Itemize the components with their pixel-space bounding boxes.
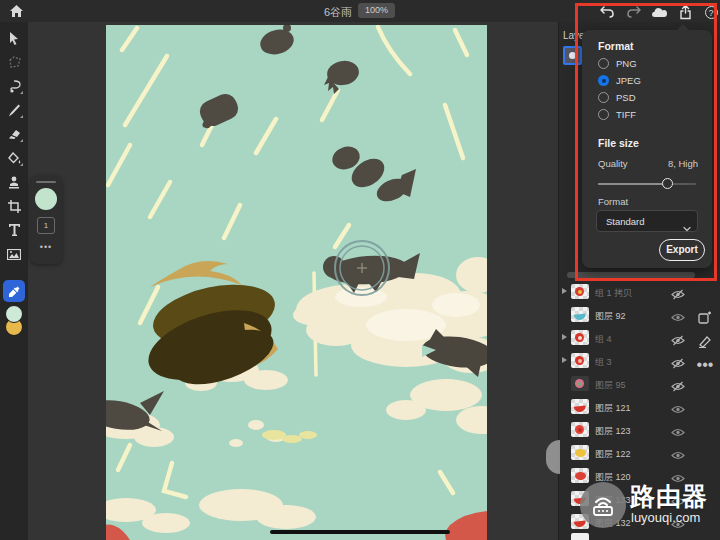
expand-caret-icon[interactable] [562, 357, 567, 363]
visibility-eye-icon[interactable] [671, 401, 685, 412]
layer-name[interactable]: 组 4 [595, 333, 612, 346]
artwork [106, 25, 487, 540]
layer-thumbnail[interactable] [571, 399, 589, 414]
layer-name[interactable]: 图层 123 [595, 425, 631, 438]
layer-thumbnail[interactable] [571, 445, 589, 460]
layer-thumbnail[interactable] [571, 307, 589, 322]
layer-thumbnail[interactable] [571, 353, 589, 368]
quality-value: 8, High [668, 158, 698, 169]
redo-icon[interactable] [624, 4, 642, 20]
thumbnail-art [575, 379, 584, 388]
home-indicator[interactable] [270, 530, 450, 534]
type-tool[interactable] [0, 218, 28, 242]
format-radio-option[interactable]: JPEG [598, 74, 698, 88]
thumbnail-art [575, 356, 584, 365]
radio-icon[interactable] [598, 75, 609, 86]
radio-icon[interactable] [598, 92, 609, 103]
quality-slider[interactable] [598, 178, 696, 190]
visibility-eye-icon[interactable] [671, 286, 685, 297]
fill-tool[interactable] [0, 146, 28, 170]
layer-row[interactable]: 组 4 [559, 326, 691, 349]
layer-name[interactable]: 图层 92 [595, 310, 626, 323]
format-radio-option[interactable]: TIFF [598, 108, 698, 122]
layer-row[interactable]: 组 1 拷贝 [559, 280, 691, 303]
dropdown-value: Standard [606, 216, 645, 227]
slider-fill [598, 183, 667, 185]
share-export-icon[interactable] [676, 4, 694, 20]
layer-row[interactable]: 图层 123 [559, 418, 691, 441]
selected-layer-thumbnail[interactable] [563, 46, 582, 65]
document-title: 6谷雨 [300, 5, 352, 20]
eyedropper-button[interactable] [3, 280, 25, 302]
visibility-eye-icon[interactable] [671, 378, 685, 389]
format-radio-option[interactable]: PSD [598, 91, 698, 105]
chevron-down-icon [683, 218, 690, 225]
layer-name[interactable]: 组 1 拷贝 [595, 287, 632, 300]
radio-label: PSD [616, 92, 636, 103]
layer-name[interactable]: 图层 121 [595, 402, 631, 415]
clone-stamp-tool[interactable] [0, 170, 28, 194]
router-logo-icon [580, 482, 626, 528]
layer-name[interactable]: 图层 122 [595, 448, 631, 461]
blend-mode-bar[interactable] [567, 272, 695, 278]
layer-thumbnail[interactable] [571, 330, 589, 345]
brush-tool[interactable] [0, 98, 28, 122]
more-options-icon[interactable]: ••• [30, 242, 62, 252]
layer-name[interactable]: 图层 95 [595, 379, 626, 392]
visibility-eye-icon[interactable] [671, 447, 685, 458]
layer-thumbnail[interactable] [571, 284, 589, 299]
layer-name[interactable]: 组 3 [595, 356, 612, 369]
thumbnail-art [575, 287, 584, 296]
visibility-eye-icon[interactable] [671, 309, 685, 320]
lasso-tool[interactable] [0, 74, 28, 98]
popover-caret [676, 24, 690, 31]
crop-tool[interactable] [0, 194, 28, 218]
layer-row[interactable]: 图层 121 [559, 395, 691, 418]
brush-color-preview[interactable] [35, 188, 57, 210]
layer-row[interactable]: 图层 122 [559, 441, 691, 464]
radio-label: PNG [616, 58, 637, 69]
transform-select-tool[interactable] [0, 50, 28, 74]
home-icon[interactable] [9, 4, 24, 18]
layer-thumbnail[interactable] [571, 376, 589, 391]
brush-size-field[interactable]: 1 [37, 217, 55, 234]
radio-label: JPEG [616, 75, 641, 86]
move-tool[interactable] [0, 26, 28, 50]
layer-row[interactable]: 组 3 [559, 349, 691, 372]
visibility-eye-icon[interactable] [671, 332, 685, 343]
thumbnail-art [574, 313, 587, 320]
zoom-level-badge[interactable]: 100% [358, 3, 395, 18]
export-button[interactable]: Export [659, 239, 705, 261]
place-image-tool[interactable] [0, 242, 28, 266]
expand-caret-icon[interactable] [562, 334, 567, 340]
panel-more-icon[interactable]: ••• [696, 356, 714, 374]
layer-row[interactable]: 图层 95 [559, 372, 691, 395]
cloud-sync-icon[interactable] [650, 4, 668, 20]
file-size-header: File size [598, 137, 639, 149]
foreground-color-swatch[interactable] [5, 305, 23, 323]
layer-thumbnail[interactable] [571, 422, 589, 437]
undo-icon[interactable] [598, 4, 616, 20]
format-radio-option[interactable]: PNG [598, 57, 698, 71]
visibility-eye-icon[interactable] [671, 355, 685, 366]
thumbnail-art [574, 405, 587, 412]
watermark-title: 路由器 [630, 480, 708, 513]
layer-row[interactable]: 图层 92 [559, 303, 691, 326]
quality-label: Quality [598, 158, 628, 169]
drag-handle[interactable] [36, 181, 56, 183]
radio-icon[interactable] [598, 58, 609, 69]
add-layer-icon[interactable] [696, 308, 714, 326]
expand-caret-icon[interactable] [562, 288, 567, 294]
thumbnail-art [575, 425, 584, 434]
visibility-eye-icon[interactable] [671, 424, 685, 435]
watermark: 路由器 luyouqi.com [578, 480, 720, 536]
export-popover: Format File size Quality 8, High Format … [582, 30, 712, 268]
eraser-tool[interactable] [0, 122, 28, 146]
layer-properties-icon[interactable] [696, 332, 714, 350]
document-canvas[interactable] [106, 25, 487, 540]
help-icon[interactable]: ? [702, 4, 720, 20]
panel-drawer-handle[interactable] [546, 440, 560, 474]
slider-knob[interactable] [662, 178, 673, 189]
format-dropdown[interactable]: Standard [596, 210, 698, 232]
radio-icon[interactable] [598, 109, 609, 120]
